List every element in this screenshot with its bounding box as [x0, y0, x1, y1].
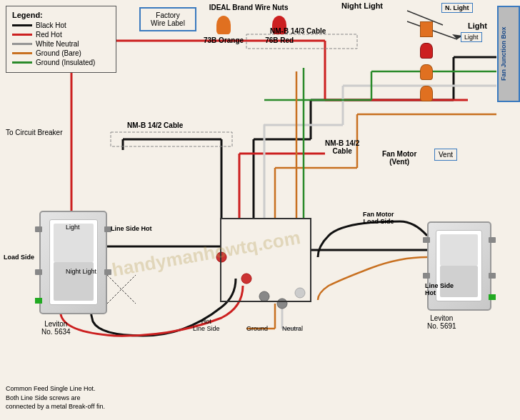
white-neutral-line — [12, 43, 32, 45]
legend-black-hot: Black Hot — [12, 21, 110, 29]
connector-orange-2 — [420, 64, 433, 80]
right-screw-4 — [489, 273, 496, 279]
nmb-142-right-label: NM-B 14/2Cable — [325, 139, 359, 155]
ground-insulated-line — [12, 61, 32, 64]
connector-orange-3 — [420, 86, 433, 101]
wire-connectors-top — [420, 21, 433, 101]
nmb-142-left-label: NM-B 14/2 Cable — [127, 121, 183, 129]
factory-label-text: FactoryWire Label — [151, 11, 185, 27]
neutral-label: Neutral — [282, 325, 303, 332]
red-hot-line — [12, 34, 32, 36]
line-side-hot-right-label: Line SideHot — [425, 282, 454, 296]
fan-motor-load-label: Fan MotorLoad Side — [363, 211, 394, 225]
screw-terminal-1 — [35, 226, 42, 232]
svg-rect-45 — [111, 132, 232, 146]
ground-insulated-label: Ground (Insulated) — [36, 59, 95, 66]
connector-orange-1 — [420, 21, 433, 37]
screw-terminal-ground — [35, 298, 42, 304]
right-screw-2 — [423, 273, 430, 279]
right-screw-3 — [489, 237, 496, 243]
n-light-box: N. Light — [441, 3, 473, 13]
circuit-breaker-label: To Circuit Breaker — [6, 129, 62, 136]
leviton-right-label: LevitonNo. 5691 — [427, 314, 456, 330]
legend-white-neutral: White Neutral — [12, 40, 110, 48]
legend-box: Legend: Black Hot Red Hot White Neutral … — [6, 6, 116, 73]
wire-nut-red-label: 76B Red — [265, 36, 294, 44]
wire-nut-orange-label: 73B Orange — [204, 36, 244, 44]
red-hot-label: Red Hot — [36, 31, 62, 39]
screw-terminal-2 — [35, 269, 42, 275]
fan-junction-label: Fan Junction Box — [499, 7, 509, 101]
line-side-hot-left-label: Line Side Hot — [111, 225, 152, 232]
vent-box: Vent — [434, 149, 457, 161]
legend-red-hot: Red Hot — [12, 31, 110, 39]
night-light-switch-label: Night Light — [66, 268, 96, 275]
switch-left-toggle — [49, 219, 98, 305]
leviton-left-label: LevitonNo. 5634 — [41, 320, 71, 336]
common-feed-label: Common Feed Single Line Hot.Both Line Si… — [6, 384, 105, 411]
black-hot-line — [12, 24, 32, 26]
svg-line-47 — [107, 275, 136, 304]
right-screw-ground — [489, 294, 496, 300]
ground-bare-line — [12, 52, 32, 54]
light-top-label: Light — [468, 21, 487, 30]
connector-red-1 — [420, 43, 433, 59]
legend-ground-bare: Ground (Bare) — [12, 49, 110, 57]
light-box-top: Light — [461, 32, 482, 42]
wire-nuts-title: IDEAL Brand Wire Nuts — [204, 4, 294, 11]
light-switch-left-label: Light — [66, 224, 80, 231]
fan-motor-vent-label: Fan Motor(Vent) — [382, 150, 416, 166]
white-neutral-label: White Neutral — [36, 40, 79, 48]
nmb-143-label: NM-B 14/3 Cable — [270, 27, 326, 35]
night-light-top-label: Night Light — [341, 1, 383, 10]
ground-label: Ground — [246, 325, 268, 332]
wire-nuts-section: IDEAL Brand Wire Nuts 73B Orange 76B Red — [204, 4, 294, 44]
factory-label-box: FactoryWire Label — [139, 7, 196, 31]
black-hot-label: Black Hot — [36, 21, 66, 29]
switch-right — [427, 221, 491, 311]
breakoff-indicator — [104, 271, 139, 307]
right-switch-paddle-top — [440, 234, 478, 266]
legend-ground-insulated: Ground (Insulated) — [12, 59, 110, 66]
junction-box-center — [220, 218, 311, 302]
legend-title: Legend: — [12, 11, 110, 19]
load-side-left-label: Load Side — [4, 254, 34, 261]
svg-line-48 — [107, 275, 136, 304]
fan-junction-box: Fan Junction Box — [497, 6, 520, 102]
right-screw-1 — [423, 237, 430, 243]
diagram-container: Legend: Black Hot Red Hot White Neutral … — [0, 0, 520, 420]
ground-bare-label: Ground (Bare) — [36, 49, 81, 57]
wire-nut-orange — [216, 16, 231, 34]
hot-line-side-label: HotLine Side — [193, 318, 220, 332]
